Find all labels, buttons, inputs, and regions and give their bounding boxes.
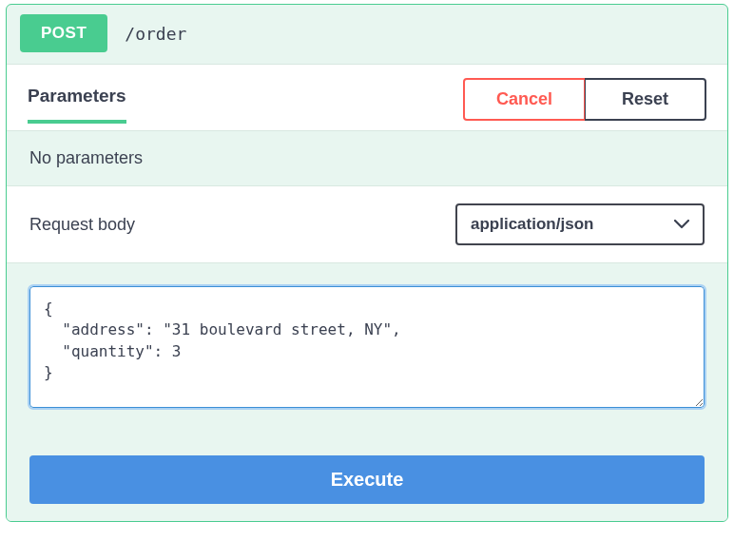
- operation-panel: POST /order Parameters Cancel Reset No p…: [6, 4, 728, 522]
- reset-button[interactable]: Reset: [585, 78, 706, 121]
- request-body-area: [7, 263, 727, 423]
- request-body-editor[interactable]: [29, 286, 705, 408]
- content-type-value: application/json: [471, 215, 593, 234]
- operation-header[interactable]: POST /order: [7, 5, 727, 64]
- http-method-badge: POST: [20, 14, 107, 52]
- content-type-select[interactable]: application/json: [455, 203, 705, 245]
- execute-button[interactable]: Execute: [29, 455, 705, 504]
- cancel-button[interactable]: Cancel: [463, 78, 585, 121]
- parameters-bar: Parameters Cancel Reset: [7, 64, 727, 130]
- request-body-label: Request body: [29, 215, 135, 235]
- action-button-row: Cancel Reset: [463, 78, 706, 121]
- tab-parameters[interactable]: Parameters: [28, 86, 126, 124]
- no-parameters-message: No parameters: [7, 130, 727, 185]
- request-body-header: Request body application/json: [7, 185, 727, 263]
- endpoint-path: /order: [125, 24, 186, 44]
- chevron-down-icon: [674, 220, 689, 229]
- execute-area: Execute: [7, 423, 727, 521]
